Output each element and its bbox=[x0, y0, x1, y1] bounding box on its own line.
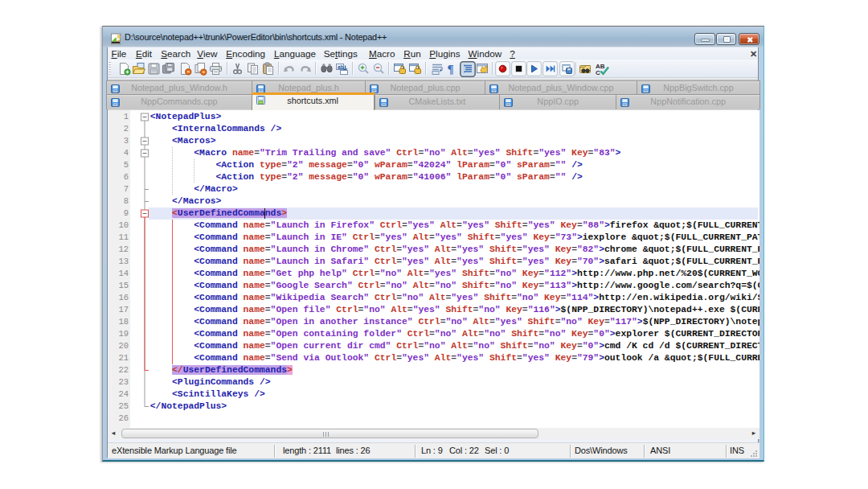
svg-text:C: C bbox=[596, 69, 600, 76]
svg-text:ab: ab bbox=[338, 64, 344, 70]
svg-text:¶: ¶ bbox=[447, 63, 453, 76]
